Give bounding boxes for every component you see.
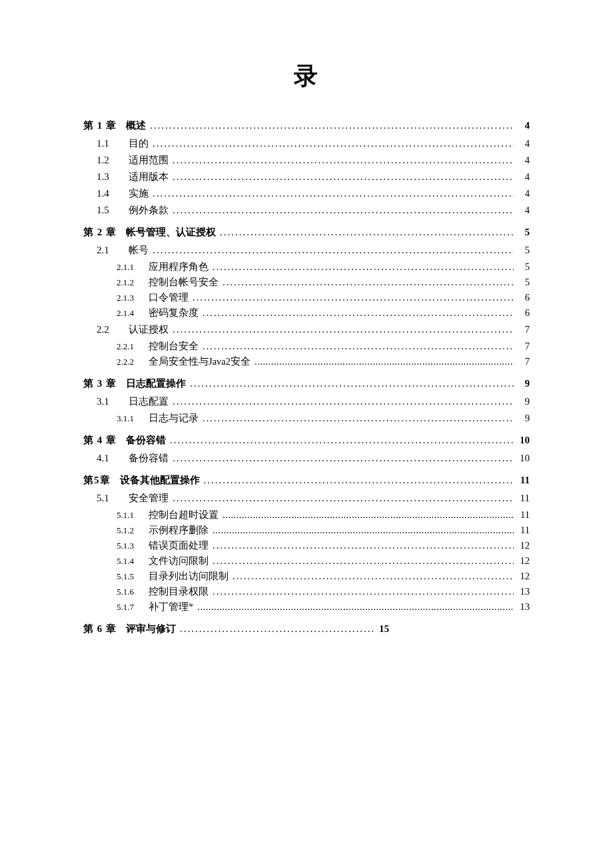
toc-number: 5.1.3 xyxy=(117,541,149,551)
toc-title: 控制目录权限 xyxy=(149,585,213,598)
toc-page-number: 4 xyxy=(514,171,530,183)
toc-leader-dots xyxy=(223,509,514,521)
toc-entry: 2.1.2控制台帐号安全5 xyxy=(83,276,530,289)
document-title: 录 xyxy=(83,60,530,93)
toc-number: 5.1 xyxy=(97,493,129,504)
toc-title: 日志配置操作 xyxy=(126,377,190,390)
toc-entry: 5.1.5目录列出访问限制12 xyxy=(83,570,530,583)
toc-title: 适用范围 xyxy=(129,154,173,167)
toc-entry: 第 3 章日志配置操作9 xyxy=(83,377,530,390)
toc-page-number: 5 xyxy=(514,277,530,288)
toc-entry: 1.5例外条款4 xyxy=(83,204,530,217)
toc-number: 5.1.6 xyxy=(117,587,149,597)
toc-page-number: 10 xyxy=(514,453,530,464)
toc-leader-dots xyxy=(213,261,514,273)
toc-number: 3.1.1 xyxy=(117,413,149,424)
toc-leader-dots xyxy=(203,307,514,319)
toc-entry: 1.4实施4 xyxy=(83,187,530,200)
toc-title: 目录列出访问限制 xyxy=(149,570,233,583)
toc-page-number: 11 xyxy=(514,525,530,536)
toc-page-number: 9 xyxy=(514,378,530,389)
toc-page-number: 11 xyxy=(514,509,530,521)
toc-entry: 3.1.1日志与记录9 xyxy=(83,412,530,425)
toc-title: 设备其他配置操作 xyxy=(120,474,204,487)
toc-number: 1.2 xyxy=(97,155,129,166)
toc-leader-dots xyxy=(173,493,514,504)
toc-title: 应用程序角色 xyxy=(149,261,213,273)
toc-number: 5.1.1 xyxy=(117,510,149,521)
toc-page-number: 7 xyxy=(514,341,530,352)
toc-page-number: 13 xyxy=(514,586,530,597)
toc-number: 2.1 xyxy=(97,245,129,256)
toc-entry: 3.1日志配置9 xyxy=(83,395,530,408)
toc-title: 帐号管理、认证授权 xyxy=(126,226,220,239)
toc-leader-dots xyxy=(170,435,514,446)
toc-title: 备份容错 xyxy=(126,434,170,447)
toc-leader-dots xyxy=(197,601,514,613)
toc-page-number: 12 xyxy=(514,540,530,551)
toc-page-number: 12 xyxy=(514,571,530,582)
toc-title: 认证授权 xyxy=(129,323,173,336)
toc-entry: 5.1.3错误页面处理12 xyxy=(83,539,530,552)
toc-title: 文件访问限制 xyxy=(149,555,213,567)
toc-leader-dots xyxy=(213,540,514,551)
toc-page-number: 9 xyxy=(514,413,530,424)
toc-number: 2.2.2 xyxy=(117,357,149,367)
toc-page-number: 4 xyxy=(514,120,530,131)
toc-number: 2.2 xyxy=(97,324,129,335)
toc-number: 4.1 xyxy=(97,453,129,464)
toc-entry: 2.2.2全局安全性与Java2安全7 xyxy=(83,355,530,368)
toc-page-number: 6 xyxy=(514,307,530,319)
toc-entry: 第 6 章评审与修订15 xyxy=(83,623,530,635)
toc-entry: 5.1.1控制台超时设置11 xyxy=(83,509,530,521)
toc-page-number: 6 xyxy=(514,292,530,303)
toc-leader-dots xyxy=(173,171,514,183)
toc-leader-dots xyxy=(173,453,514,464)
toc-leader-dots xyxy=(150,120,514,131)
toc-leader-dots xyxy=(204,475,514,486)
toc-leader-dots xyxy=(173,396,514,407)
toc-title: 例外条款 xyxy=(129,204,173,217)
toc-leader-dots xyxy=(203,341,514,352)
toc-number: 第 6 章 xyxy=(83,623,126,635)
toc-title: 全局安全性与Java2安全 xyxy=(149,355,255,368)
toc-title: 评审与修订 xyxy=(126,623,180,635)
toc-page-number: 5 xyxy=(514,227,530,238)
toc-entry: 5.1.7补丁管理*13 xyxy=(83,601,530,613)
toc-entry: 2.2认证授权7 xyxy=(83,323,530,336)
toc-page-number: 4 xyxy=(514,138,530,149)
toc-entry: 第5章设备其他配置操作11 xyxy=(83,474,530,487)
toc-number: 3.1 xyxy=(97,396,129,407)
toc-number: 5.1.2 xyxy=(117,525,149,536)
toc-number: 第5章 xyxy=(83,474,120,487)
toc-title: 控制台安全 xyxy=(149,340,203,353)
toc-leader-dots xyxy=(213,586,514,597)
toc-title: 日志与记录 xyxy=(149,412,203,425)
toc-leader-dots xyxy=(213,525,514,536)
toc-leader-dots xyxy=(220,227,514,238)
toc-entry: 2.1.4密码复杂度6 xyxy=(83,307,530,319)
toc-leader-dots xyxy=(173,324,514,335)
toc-page-number: 15 xyxy=(373,623,389,635)
toc-leader-dots xyxy=(153,188,514,199)
toc-leader-dots xyxy=(173,155,514,166)
toc-page-number: 9 xyxy=(514,396,530,407)
toc-page-number: 12 xyxy=(514,555,530,567)
toc-entry: 1.1目的4 xyxy=(83,137,530,150)
toc-page-number: 10 xyxy=(514,435,530,446)
toc-page-number: 4 xyxy=(514,188,530,199)
toc-page-number: 11 xyxy=(514,493,530,504)
toc-title: 适用版本 xyxy=(129,171,173,183)
toc-leader-dots xyxy=(213,555,514,567)
toc-number: 1.1 xyxy=(97,138,129,149)
toc-entry: 5.1.4文件访问限制12 xyxy=(83,555,530,567)
toc-title: 密码复杂度 xyxy=(149,307,203,319)
toc-page-number: 7 xyxy=(514,356,530,367)
toc-entry: 2.1.3口令管理6 xyxy=(83,291,530,304)
toc-leader-dots xyxy=(153,245,514,256)
toc-entry: 1.2适用范围4 xyxy=(83,154,530,167)
toc-title: 实施 xyxy=(129,187,153,200)
toc-leader-dots xyxy=(233,571,514,582)
toc-entry: 1.3适用版本4 xyxy=(83,171,530,183)
toc-entry: 2.1帐号5 xyxy=(83,244,530,257)
